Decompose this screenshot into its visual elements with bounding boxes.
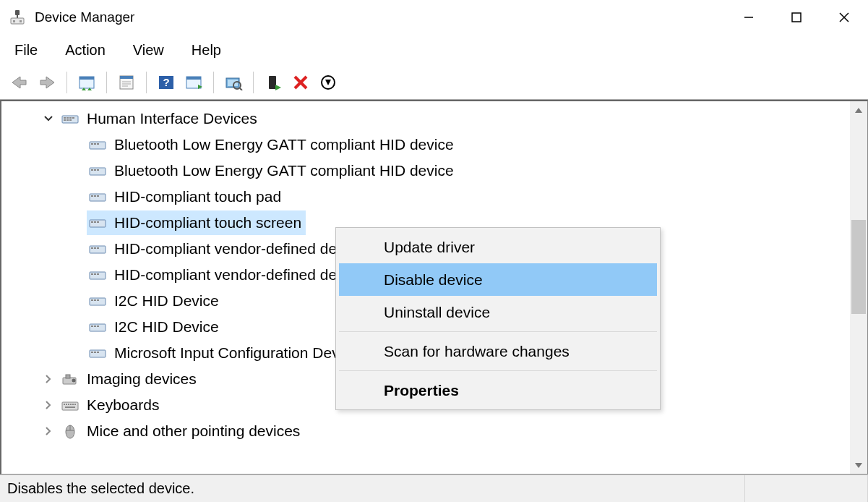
svg-rect-58 [91,247,93,249]
tree-category-mice[interactable]: Mice and other pointing devices [1,418,867,444]
titlebar: Device Manager [0,0,868,35]
svg-rect-46 [91,169,93,171]
chevron-right-icon[interactable] [40,401,56,409]
tree-item[interactable]: Bluetooth Low Energy GATT compliant HID … [1,158,867,184]
svg-rect-59 [94,247,96,249]
svg-rect-78 [66,375,70,378]
help-button[interactable]: ? [154,70,179,95]
svg-text:?: ? [163,76,169,88]
svg-rect-62 [91,273,93,275]
svg-marker-28 [275,85,281,90]
context-update-driver[interactable]: Update driver [339,231,657,263]
disable-button[interactable] [316,70,340,95]
hid-device-icon [88,214,107,231]
svg-rect-66 [91,299,93,301]
svg-rect-21 [186,77,201,80]
svg-rect-84 [70,404,72,405]
vertical-scrollbar[interactable] [850,101,867,474]
node-label: Bluetooth Low Energy GATT compliant HID … [114,162,454,179]
svg-point-79 [72,379,76,383]
forward-button[interactable] [35,70,59,95]
node-label: HID-compliant vendor-defined device [114,240,364,258]
hid-device-icon [88,318,107,336]
svg-rect-10 [80,77,94,80]
svg-rect-75 [94,352,96,353]
svg-rect-81 [64,404,65,405]
svg-rect-54 [91,221,93,223]
svg-rect-40 [69,119,72,121]
scrollbar-thumb[interactable] [851,220,866,314]
scrollbar-track[interactable] [850,119,867,456]
node-label: Imaging devices [87,370,197,388]
window-controls [725,0,868,35]
keyboard-icon [61,396,80,414]
uninstall-button[interactable] [288,70,313,95]
menu-help[interactable]: Help [189,41,224,60]
svg-rect-50 [91,195,93,197]
tree-category-hid[interactable]: Human Interface Devices [1,106,867,132]
minimize-button[interactable] [725,0,773,35]
svg-rect-37 [72,117,74,119]
menu-action[interactable]: Action [62,41,108,60]
chevron-right-icon[interactable] [40,427,56,435]
hid-device-icon [88,188,107,205]
menu-file[interactable]: File [12,41,40,60]
svg-rect-43 [94,143,96,145]
toolbar-sep [253,72,254,93]
svg-rect-55 [94,221,96,223]
svg-line-26 [240,88,242,90]
toolbar-sep [66,72,67,93]
scan-hardware-button[interactable] [221,70,246,95]
scroll-up-button[interactable] [850,101,867,119]
hid-device-icon [88,136,107,153]
toolbar-sep [146,72,147,93]
svg-rect-76 [97,352,99,353]
svg-rect-1 [17,15,18,18]
svg-rect-72 [97,326,99,327]
context-uninstall-device[interactable]: Uninstall device [339,296,657,328]
context-disable-device[interactable]: Disable device [339,263,657,296]
action-button[interactable] [181,70,206,95]
node-label: Microsoft Input Configuration Device [114,344,359,362]
maximize-button[interactable] [773,0,820,35]
hid-category-icon [61,110,80,127]
window-title: Device Manager [35,9,725,25]
svg-rect-0 [15,10,20,15]
node-label: I2C HID Device [114,292,219,310]
context-properties[interactable]: Properties [339,374,657,407]
show-hide-console-button[interactable] [74,70,99,95]
svg-rect-52 [97,195,99,197]
back-button[interactable] [7,70,32,95]
context-menu: Update driver Disable device Uninstall d… [335,227,661,410]
svg-rect-34 [64,117,66,119]
mouse-icon [61,422,80,440]
svg-rect-2 [11,18,24,24]
scroll-down-button[interactable] [850,456,867,474]
hid-device-icon [88,344,107,362]
chevron-down-icon[interactable] [40,114,56,123]
toolbar-sep [106,72,107,93]
tree-item[interactable]: HID-compliant touch pad [1,184,867,210]
menubar: File Action View Help [0,35,868,65]
svg-rect-86 [74,404,76,405]
svg-marker-32 [325,80,331,85]
svg-rect-45 [90,168,106,175]
context-scan-hardware[interactable]: Scan for hardware changes [339,335,657,367]
imaging-icon [61,370,80,388]
svg-rect-85 [72,404,74,405]
context-separator [339,331,657,332]
svg-rect-35 [66,117,69,119]
svg-rect-6 [792,13,801,22]
svg-rect-63 [94,273,96,275]
properties-button[interactable] [114,70,139,95]
svg-rect-74 [91,352,93,353]
chevron-right-icon[interactable] [40,375,56,383]
svg-rect-4 [20,20,22,22]
enable-button[interactable] [261,70,285,95]
svg-rect-53 [90,220,106,227]
tree-item[interactable]: Bluetooth Low Energy GATT compliant HID … [1,132,867,158]
close-button[interactable] [820,0,868,35]
menu-view[interactable]: View [130,41,167,60]
svg-rect-65 [90,298,106,305]
svg-rect-80 [62,402,78,410]
